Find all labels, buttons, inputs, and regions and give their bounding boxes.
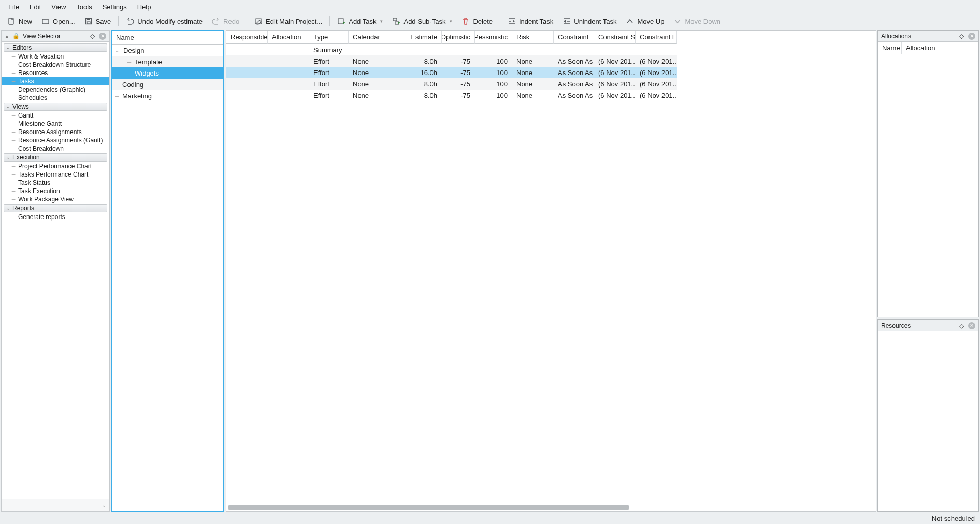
grid-cell[interactable] [554,44,594,55]
column-header[interactable]: Constraint E [636,31,677,44]
indent-task-button[interactable]: Indent Task [503,14,557,28]
task-row[interactable]: ⌄Design [112,45,223,56]
grid-cell[interactable]: 8.0h [400,78,442,90]
add-task-button[interactable]: Add Task ▾ [333,14,387,28]
column-header[interactable]: Responsible [226,31,268,44]
alloc-col-allocation[interactable]: Allocation [902,42,978,54]
grid-cell[interactable]: As Soon As ... [554,55,594,67]
grid-cell[interactable]: Effort [309,55,349,67]
menu-view[interactable]: View [46,1,71,13]
grid-cell[interactable] [226,78,268,90]
grid-cell[interactable] [594,44,636,55]
grid-cell[interactable]: -75 [442,55,475,67]
menu-help[interactable]: Help [132,1,156,13]
column-header[interactable]: Pessimistic [475,31,512,44]
grid-cell[interactable]: (6 Nov 201... [594,78,636,90]
grid-cell[interactable]: -75 [442,67,475,78]
grid-cell[interactable] [636,44,677,55]
close-icon[interactable]: ✕ [968,33,975,40]
add-subtask-button[interactable]: Add Sub-Task ▾ [388,14,456,28]
grid-cell[interactable] [268,44,309,55]
grid-cell[interactable]: Effort [309,67,349,78]
grid-cell[interactable]: (6 Nov 201... [636,90,677,101]
move-down-button[interactable]: Move Down [669,14,725,28]
grid-cell[interactable] [226,90,268,101]
grid-cell[interactable]: Effort [309,78,349,90]
column-header[interactable]: Constraint St [594,31,636,44]
alloc-col-name[interactable]: Name [878,42,902,54]
task-row[interactable]: –Template [112,56,223,67]
close-icon[interactable]: ✕ [968,322,975,329]
tree-item[interactable]: –Schedules [2,94,109,102]
tree-item[interactable]: –Milestone Gantt [2,120,109,128]
grid-cell[interactable]: 100 [475,78,512,90]
grid-cell[interactable]: (6 Nov 201... [636,55,677,67]
tree-item[interactable]: –Work & Vacation [2,52,109,61]
tree-item[interactable]: –Tasks [2,77,109,85]
tree-item[interactable]: –Project Performance Chart [2,162,109,170]
task-row[interactable]: –Marketing [112,90,223,101]
name-column-header[interactable]: Name [112,31,223,45]
grid-cell[interactable] [475,44,512,55]
close-icon[interactable]: ✕ [99,33,106,40]
tree-item[interactable]: –Resources [2,69,109,77]
grid-cell[interactable]: (6 Nov 201... [594,90,636,101]
undo-button[interactable]: Undo Modify estimate [122,14,207,28]
edit-main-project-button[interactable]: Edit Main Project... [250,14,326,28]
horizontal-scrollbar[interactable] [228,505,874,510]
grid-cell[interactable]: 8.0h [400,55,442,67]
tree-group-editors[interactable]: ⌄Editors [4,43,107,52]
grid-cell[interactable]: None [349,67,400,78]
grid-cell[interactable]: Summary [309,44,349,55]
redo-button[interactable]: Redo [208,14,243,28]
tree-item[interactable]: –Gantt [2,111,109,120]
allocations-body[interactable] [878,54,978,317]
task-row[interactable]: –Coding [112,79,223,90]
grid-cell[interactable]: None [512,67,554,78]
grid-cell[interactable] [226,44,268,55]
grid-cell[interactable]: None [512,55,554,67]
tree-item[interactable]: –Generate reports [2,213,109,221]
grid-cell[interactable] [349,44,400,55]
grid-cell[interactable]: -75 [442,78,475,90]
view-selector-tree[interactable]: ⌄Editors–Work & Vacation–Cost Breakdown … [2,42,109,499]
grid-cell[interactable]: None [349,78,400,90]
tree-item[interactable]: –Work Package View [2,195,109,203]
column-header[interactable]: Estimate [400,31,442,44]
tree-item[interactable]: –Cost Breakdown [2,144,109,153]
move-up-button[interactable]: Move Up [622,14,668,28]
tree-item[interactable]: –Cost Breakdown Structure [2,61,109,69]
detach-icon[interactable]: ◇ [958,33,965,40]
grid-cell[interactable] [226,67,268,78]
dropdown-icon[interactable]: ⌄ [102,503,106,508]
column-header[interactable]: Allocation [268,31,309,44]
task-tree[interactable]: ⌄Design–Template–Widgets–Coding–Marketin… [112,45,223,511]
menu-settings[interactable]: Settings [97,1,132,13]
detach-icon[interactable]: ◇ [958,322,965,329]
grid-cell[interactable]: None [512,90,554,101]
open-button[interactable]: Open... [37,14,79,28]
detach-icon[interactable]: ◇ [89,33,96,40]
tree-group-views[interactable]: ⌄Views [4,103,107,111]
tree-group-execution[interactable]: ⌄Execution [4,153,107,162]
grid-cell[interactable]: 100 [475,67,512,78]
grid-cell[interactable]: -75 [442,90,475,101]
new-button[interactable]: New [3,14,36,28]
grid-cell[interactable]: As Soon As ... [554,90,594,101]
grid-cell[interactable] [268,55,309,67]
grid-cell[interactable] [400,44,442,55]
grid-cell[interactable] [442,44,475,55]
grid-cell[interactable]: As Soon As ... [554,67,594,78]
column-header[interactable]: Calendar [349,31,400,44]
tree-item[interactable]: –Task Execution [2,187,109,195]
tree-item[interactable]: –Task Status [2,179,109,187]
delete-button[interactable]: Delete [457,14,497,28]
grid-cell[interactable]: (6 Nov 201... [636,78,677,90]
grid-cell[interactable] [268,90,309,101]
unindent-task-button[interactable]: Unindent Task [558,14,621,28]
grid-cell[interactable]: None [512,78,554,90]
grid-scroll[interactable]: ResponsibleAllocationTypeCalendarEstimat… [226,31,876,504]
grid-cell[interactable] [268,67,309,78]
grid-cell[interactable]: 100 [475,55,512,67]
task-row[interactable]: –Widgets [112,67,223,79]
